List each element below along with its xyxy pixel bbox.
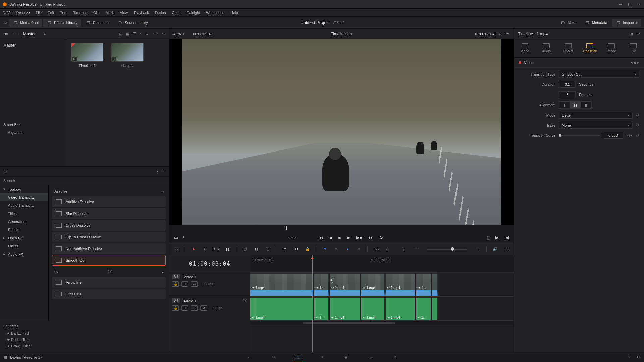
inspector-tab-file[interactable]: File [622,39,644,57]
expand-icon[interactable]: ▭ [3,20,8,25]
deliver-page[interactable]: ↗ [391,354,398,360]
smartbin-keywords[interactable]: Keywords [3,129,63,136]
overwrite-button[interactable]: ⬚ [487,235,491,240]
menu-workspace[interactable]: Workspace [206,11,224,15]
stop-button[interactable]: ■ [338,235,341,240]
fx-item[interactable]: Dip To Color Dissolve [52,232,166,242]
last-frame-button[interactable]: ⏭ [369,235,373,240]
customize-icon[interactable]: ⋮⋮ [503,246,509,252]
audio-clip[interactable]: ⚯1.mp4 [385,297,415,320]
timeline-name[interactable]: Timeline 1 [331,32,349,36]
inspector-tab-effects[interactable]: Effects [557,39,579,57]
mixer-toggle[interactable]: ▢Mixer [557,19,580,27]
reset-button[interactable]: ↺ [636,133,639,138]
close-button[interactable]: ✕ [638,2,641,7]
cut-page[interactable]: ✂ [270,354,277,360]
audio-monitor-icon[interactable]: 🔊 [492,246,498,252]
track-tag[interactable]: A1 [172,298,180,303]
menu-clip[interactable]: Clip [93,11,100,15]
thumb-view-icon[interactable]: ▦ [126,32,129,36]
prev-keyframe-icon[interactable]: ◂ ◆ ▸ [631,60,639,65]
mode-select[interactable]: Better▾ [559,112,633,119]
effects-library-toggle[interactable]: ▢Effects Library [43,19,81,27]
viewer-mode-icon[interactable]: ▭ [174,235,178,240]
menu-playback[interactable]: Playback [134,11,149,15]
fx-category[interactable]: Effects [0,226,48,234]
zoom-chevron-icon[interactable]: ▾ [183,32,185,36]
viewer-more-icon[interactable]: ⋯ [506,32,509,36]
color-page[interactable]: ◉ [343,354,350,360]
flag-chevron-icon[interactable]: ▾ [333,246,339,252]
keyframe-nav[interactable]: ◂◆▸ [627,134,633,137]
nav-back-button[interactable]: ‹ [13,32,14,36]
playhead[interactable] [312,255,313,352]
curve-slider[interactable] [559,135,600,136]
more-icon[interactable]: ⋯ [162,32,166,36]
audio-clip[interactable]: ⚯1.mp4 [250,297,313,320]
fx-item[interactable]: Blur Dissolve [52,208,166,219]
reset-button[interactable]: ↺ [636,113,639,118]
metadata-toggle[interactable]: ▢Metadata [581,19,611,27]
inspector-expand-icon[interactable]: ◨ [630,32,633,36]
menu-davinciresolve[interactable]: DaVinci Resolve [3,11,30,15]
blade-tool[interactable]: ▮▮ [225,246,231,252]
inspector-section[interactable]: Video [524,61,533,65]
menu-file[interactable]: File [36,11,42,15]
video-clip[interactable]: ⚯1… [314,273,329,296]
track-control[interactable]: 🔒 [172,305,179,311]
match-frame-button[interactable]: ◁ • ▷ [288,236,296,239]
track-control[interactable]: □ [181,305,188,311]
next-frame-button[interactable]: ▶▶ [356,235,363,240]
trim-tool[interactable]: ⇹ [202,246,208,252]
video-clip[interactable] [432,273,438,296]
track-header[interactable]: V1Video 1🔒□▭7 Clips [169,273,250,297]
viewer-loop-icon[interactable]: ◎ [498,32,502,36]
fx-category[interactable]: ▾Toolbox [0,185,48,193]
fx-item[interactable]: Cross Iris [52,289,166,299]
minimize-button[interactable]: ─ [619,2,622,7]
fx-group-header[interactable]: Dissolve⌄ [51,186,166,195]
play-button[interactable]: ▶ [347,235,350,240]
zoom-out-icon[interactable]: − [413,246,419,252]
audio-clip[interactable]: ⚯1.mp4 [330,297,360,320]
favorite-item[interactable]: ★ Dark…Text [3,337,45,343]
favorite-item[interactable]: ★ Draw…Line [3,343,45,349]
viewer-zoom[interactable]: 49% [173,32,181,36]
menu-view[interactable]: View [120,11,128,15]
fx-group-header[interactable]: Iris2.0⌄ [51,267,166,276]
maximize-button[interactable]: ◻ [628,2,632,7]
menu-edit[interactable]: Edit [48,11,54,15]
video-clip[interactable]: ⚯1… [416,273,431,296]
zoom-in-icon[interactable]: + [475,246,481,252]
search-icon[interactable]: ⌕ [139,32,142,36]
fx-category[interactable]: Generators [0,218,48,226]
audio-clip[interactable] [432,297,438,320]
list-view-icon[interactable]: ▤ [119,32,122,36]
loop-button[interactable]: ↻ [379,235,383,240]
timeline-view-icon[interactable]: ▭ [173,246,179,252]
overwrite-clip-tool[interactable]: ⊟ [253,246,259,252]
menu-trim[interactable]: Trim [60,11,67,15]
fusion-page[interactable]: ✦ [319,354,325,360]
fx-item[interactable]: Arrow Iris [52,277,166,288]
insert-button[interactable]: ▶| [495,235,500,240]
layout-icon[interactable]: ▭ [3,31,9,37]
strip-view-icon[interactable]: ☰ [132,32,136,36]
duration-frames-input[interactable]: 3 [559,91,576,98]
track-control[interactable]: S [191,305,198,311]
pool-clip[interactable]: ♪1.mp4 [111,43,144,68]
menu-color[interactable]: Color [172,11,181,15]
dynamic-trim-tool[interactable]: ⟷ [213,246,219,252]
pool-breadcrumb[interactable]: Master [23,32,36,36]
inspector-tab-audio[interactable]: Audio [536,39,557,57]
pool-clip[interactable]: ⊞Timeline 1 [71,43,103,68]
fx-item[interactable]: Non-Additive Dissolve [52,243,166,254]
section-enable-dot[interactable] [519,61,521,64]
track-control[interactable]: ▭ [191,281,198,287]
curve-value-input[interactable]: 0.000 [603,132,623,139]
replace-clip-tool[interactable]: ⊡ [265,246,271,252]
zoom-slider[interactable] [427,249,467,250]
viewer-canvas[interactable] [169,39,514,225]
video-clip[interactable]: ⚯1.mp4 [330,273,360,296]
fx-category[interactable]: Video Transiti… [0,193,48,201]
